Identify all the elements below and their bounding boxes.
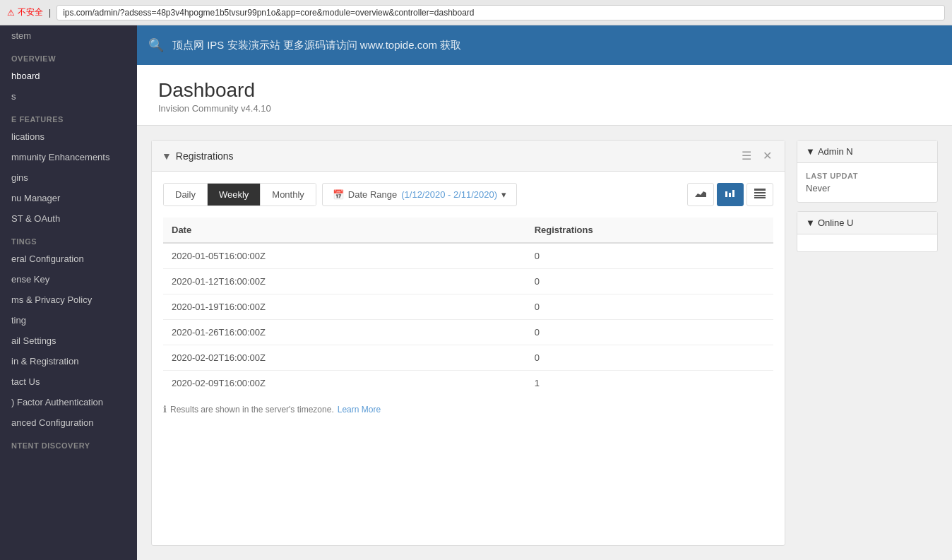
cell-date: 2020-02-09T16:00:00Z xyxy=(163,371,526,396)
warning-icon: ⚠ xyxy=(7,8,15,18)
admin-widget-header: ▼ Admin N xyxy=(797,141,937,163)
last-update-label: LAST UPDAT xyxy=(806,172,929,180)
svg-rect-3 xyxy=(754,189,766,191)
cell-registrations: 1 xyxy=(526,371,773,396)
sidebar-section-features: E FEATURES xyxy=(0,107,137,126)
widget-menu-button[interactable]: ☰ xyxy=(739,148,754,164)
svg-rect-6 xyxy=(754,197,766,198)
collapse-arrow-icon: ▼ xyxy=(806,146,815,157)
collapse-arrow-icon: ▼ xyxy=(806,218,815,228)
sidebar-item-dashboard[interactable]: hboard xyxy=(0,66,137,86)
table-row: 2020-01-12T16:00:00Z0 xyxy=(163,269,773,294)
sidebar-item-applications[interactable]: lications xyxy=(0,126,137,147)
cell-registrations: 0 xyxy=(526,345,773,371)
online-widget: ▼ Online U xyxy=(797,211,938,252)
admin-widget-body: LAST UPDAT Never xyxy=(797,163,937,202)
cell-registrations: 0 xyxy=(526,243,773,269)
chart-type-group xyxy=(687,183,773,206)
sidebar-item-plugins[interactable]: gins xyxy=(0,167,137,188)
sidebar-item-terms-privacy[interactable]: ms & Privacy Policy xyxy=(0,290,137,310)
registrations-widget-body: Daily Weekly Monthly 📅 Date Range (1/12/… xyxy=(152,172,785,426)
table-row: 2020-02-02T16:00:00Z0 xyxy=(163,345,773,371)
col-registrations: Registrations xyxy=(526,218,773,243)
cell-registrations: 0 xyxy=(526,269,773,294)
page-title: Dashboard xyxy=(158,79,931,102)
registrations-widget-title: ▼ Registrations xyxy=(162,150,234,162)
sidebar: stem OVERVIEW hboard s E FEATURES licati… xyxy=(0,25,137,560)
app-container: stem OVERVIEW hboard s E FEATURES licati… xyxy=(0,25,952,560)
online-widget-body xyxy=(797,234,937,251)
online-widget-header: ▼ Online U xyxy=(797,212,937,234)
tab-monthly[interactable]: Monthly xyxy=(261,184,316,205)
sidebar-item-general-config[interactable]: eral Configuration xyxy=(0,249,137,269)
cell-registrations: 0 xyxy=(526,320,773,345)
sidebar-item-menu-manager[interactable]: nu Manager xyxy=(0,188,137,208)
widget-actions: ☰ ✕ xyxy=(739,148,775,164)
period-tab-group: Daily Weekly Monthly xyxy=(163,183,316,206)
table-row: 2020-01-05T16:00:00Z0 xyxy=(163,243,773,269)
sidebar-item-contact-us[interactable]: tact Us xyxy=(0,371,137,392)
cell-date: 2020-01-05T16:00:00Z xyxy=(163,243,526,269)
top-header: 🔍 顶点网 IPS 安装演示站 更多源码请访问 www.topide.com 获… xyxy=(137,25,952,65)
chart-type-table-button[interactable] xyxy=(746,183,773,206)
sidebar-item-login-registration[interactable]: in & Registration xyxy=(0,351,137,371)
sidebar-section-settings: TINGS xyxy=(0,229,137,249)
main-content: 🔍 顶点网 IPS 安装演示站 更多源码请访问 www.topide.com 获… xyxy=(137,25,952,560)
banner-text: 顶点网 IPS 安装演示站 更多源码请访问 www.topide.com 获取 xyxy=(172,39,461,52)
collapse-arrow-icon[interactable]: ▼ xyxy=(162,150,172,162)
registrations-widget-header: ▼ Registrations ☰ ✕ xyxy=(152,141,785,172)
date-range-value: (1/12/2020 - 2/11/2020) xyxy=(401,189,497,200)
sidebar-section-content-discovery: NTENT DISCOVERY xyxy=(0,433,137,453)
svg-rect-0 xyxy=(725,191,727,197)
browser-bar: ⚠ 不安全 | ips.com/admin/?adsess=48p3v4hpog… xyxy=(0,0,952,25)
widget-close-button[interactable]: ✕ xyxy=(760,148,775,164)
security-warning: ⚠ 不安全 xyxy=(7,6,43,18)
table-row: 2020-02-09T16:00:00Z1 xyxy=(163,371,773,396)
chart-type-area-button[interactable] xyxy=(687,183,714,206)
cell-date: 2020-01-12T16:00:00Z xyxy=(163,269,526,294)
table-row: 2020-01-26T16:00:00Z0 xyxy=(163,320,773,345)
sidebar-item-two-factor[interactable]: ) Factor Authentication xyxy=(0,392,137,412)
sidebar-item-advanced-config[interactable]: anced Configuration xyxy=(0,412,137,433)
sidebar-partial-top: stem xyxy=(0,25,137,46)
timezone-note: ℹ Results are shown in the server's time… xyxy=(163,404,773,415)
sidebar-item-posting[interactable]: ting xyxy=(0,310,137,330)
date-range-button[interactable]: 📅 Date Range (1/12/2020 - 2/11/2020) ▾ xyxy=(322,183,517,206)
sidebar-item-rest-oauth[interactable]: ST & OAuth xyxy=(0,208,137,229)
registrations-widget: ▼ Registrations ☰ ✕ Daily Weekly Mon xyxy=(151,140,785,546)
chevron-down-icon: ▾ xyxy=(501,189,506,200)
cell-date: 2020-01-26T16:00:00Z xyxy=(163,320,526,345)
warning-text: 不安全 xyxy=(18,6,43,18)
search-icon[interactable]: 🔍 xyxy=(148,37,164,53)
tab-daily[interactable]: Daily xyxy=(164,184,208,205)
registrations-table: Date Registrations 2020-01-05T16:00:00Z0… xyxy=(163,218,773,395)
svg-rect-1 xyxy=(729,193,731,197)
info-icon: ℹ xyxy=(163,404,167,415)
right-panel: ▼ Admin N LAST UPDAT Never ▼ Online U xyxy=(797,140,938,546)
svg-rect-2 xyxy=(732,190,734,197)
sidebar-item-community[interactable]: mmunity Enhancements xyxy=(0,147,137,167)
table-row: 2020-01-19T16:00:00Z0 xyxy=(163,294,773,320)
sidebar-item-license-key[interactable]: ense Key xyxy=(0,269,137,290)
chart-type-bar-button[interactable] xyxy=(717,183,744,206)
page-subtitle: Invision Community v4.4.10 xyxy=(158,103,931,114)
admin-widget: ▼ Admin N LAST UPDAT Never xyxy=(797,140,938,203)
cell-date: 2020-01-19T16:00:00Z xyxy=(163,294,526,320)
svg-rect-4 xyxy=(754,192,766,193)
page-header: Dashboard Invision Community v4.4.10 xyxy=(137,65,952,126)
svg-rect-5 xyxy=(754,195,766,196)
tab-bar: Daily Weekly Monthly 📅 Date Range (1/12/… xyxy=(163,183,773,206)
sidebar-item-stats[interactable]: s xyxy=(0,86,137,107)
cell-registrations: 0 xyxy=(526,294,773,320)
content-area: ▼ Registrations ☰ ✕ Daily Weekly Mon xyxy=(137,126,952,560)
last-update-value: Never xyxy=(806,183,929,193)
sidebar-item-email-settings[interactable]: ail Settings xyxy=(0,330,137,351)
cell-date: 2020-02-02T16:00:00Z xyxy=(163,345,526,371)
sidebar-section-overview: OVERVIEW xyxy=(0,46,137,66)
url-bar[interactable]: ips.com/admin/?adsess=48p3v4hpogme1b5tvs… xyxy=(56,5,945,20)
tab-weekly[interactable]: Weekly xyxy=(208,184,261,205)
col-date: Date xyxy=(163,218,526,243)
calendar-icon: 📅 xyxy=(333,189,344,200)
learn-more-link[interactable]: Learn More xyxy=(338,405,381,415)
